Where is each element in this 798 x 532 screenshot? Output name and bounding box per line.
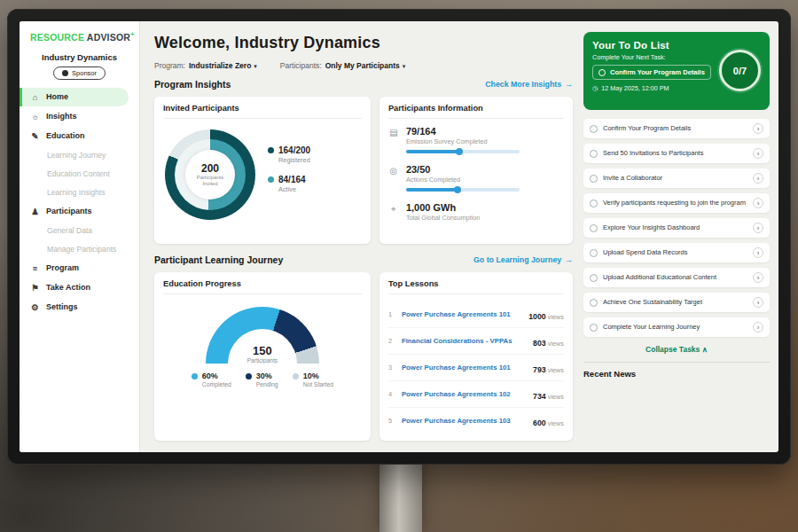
sidebar-item-program[interactable]: ≡Program [20, 259, 139, 278]
task-chevron-icon[interactable]: › [753, 297, 763, 308]
todo-summary-card: Your To Do List Complete Your Next Task:… [583, 32, 770, 110]
lesson-link[interactable]: Power Purchase Agreements 101 [402, 310, 522, 318]
lesson-link[interactable]: Power Purchase Agreements 101 [402, 364, 527, 372]
task-label: Verify participants requesting to join t… [603, 199, 747, 207]
task-checkbox[interactable] [590, 175, 598, 183]
lesson-rank: 2 [388, 337, 395, 345]
sidebar-item-education[interactable]: ✎Education [20, 127, 139, 145]
check-more-insights-link[interactable]: Check More Insights→ [485, 80, 573, 89]
task-checkbox[interactable] [590, 299, 598, 307]
sidebar-item-insights[interactable]: ☼Insights [20, 107, 139, 126]
legend-value: 164/200 [278, 145, 310, 155]
lesson-row: 3Power Purchase Agreements 101793 views [388, 355, 564, 381]
legend-label: Registered [278, 156, 310, 164]
checkbox-icon [598, 69, 606, 76]
task-checkbox[interactable] [590, 324, 598, 332]
sidebar-item-general-data[interactable]: General Data [20, 222, 139, 239]
legend-dot [268, 176, 274, 183]
legend-dot [268, 147, 274, 153]
task-chevron-icon[interactable]: › [753, 322, 763, 332]
learning-journey-cards: Education Progress 150 Participants 60% [154, 272, 573, 441]
sidebar-item-label: Learning Insights [47, 188, 105, 197]
chevron-down-icon: ▾ [403, 63, 406, 69]
invited-donut-center: 200 Participants Invited [185, 150, 235, 200]
sidebar-item-label: Learning Journey [47, 151, 106, 160]
sidebar-item-home[interactable]: ⌂Home [20, 88, 129, 106]
chevron-up-icon: ∧ [702, 345, 708, 354]
todo-task[interactable]: Invite a Collaborator› [583, 168, 770, 188]
invited-participants-title: Invited Participants [163, 104, 362, 119]
stat-value: 1,000 GWh [406, 202, 481, 213]
task-checkbox[interactable] [590, 224, 598, 232]
task-chevron-icon[interactable]: › [753, 223, 763, 233]
sidebar-item-label: Education [46, 131, 85, 140]
learning-journey-header: Participant Learning Journey Go to Learn… [154, 254, 573, 265]
todo-task[interactable]: Complete Your Learning Journey› [583, 317, 770, 337]
sidebar-item-label: Manage Participants [47, 245, 116, 254]
task-chevron-icon[interactable]: › [753, 123, 763, 134]
program-filter-label: Program: [154, 61, 185, 70]
task-checkbox[interactable] [590, 125, 598, 133]
participants-filter-value: Only My Participants [325, 61, 400, 70]
program-filter[interactable]: Program:Industrialize Zero▾ [154, 61, 257, 70]
legend-item: 30%Pending [246, 372, 278, 387]
learning-journey-title: Participant Learning Journey [154, 254, 283, 265]
stat-row: ▤79/164Emission Survey Completed [388, 126, 564, 153]
todo-next-task[interactable]: Confirm Your Program Details [592, 65, 711, 80]
todo-task[interactable]: Upload Additional Educational Content› [583, 268, 770, 287]
participants-icon: ♟ [30, 207, 40, 216]
task-label: Upload Spend Data Records [603, 248, 747, 257]
sidebar-item-label: Participants [46, 207, 92, 215]
collapse-tasks-link[interactable]: Collapse Tasks ∧ [583, 345, 770, 354]
sidebar-item-participants[interactable]: ♟Participants [20, 202, 139, 221]
education-progress-title: Education Progress [163, 279, 362, 294]
progress-bar [406, 188, 520, 192]
app-logo: RESOURCE ADVISOR+ [20, 30, 139, 43]
todo-due-label: 12 May 2025, 12:00 PM [601, 84, 669, 92]
legend-label: Completed [202, 381, 231, 387]
sidebar-item-learning-insights[interactable]: Learning Insights [20, 184, 139, 201]
lesson-row: 4Power Purchase Agreements 102734 views [388, 381, 564, 408]
consumption-icon: ⌖ [388, 202, 399, 226]
task-label: Upload Additional Educational Content [603, 273, 747, 282]
stat-value: 79/164 [406, 126, 520, 137]
todo-task[interactable]: Confirm Your Program Details› [583, 119, 770, 138]
todo-task[interactable]: Send 50 Invitations to Participants› [583, 144, 770, 163]
lesson-views: 1000 [528, 312, 546, 321]
lesson-link[interactable]: Power Purchase Agreements 102 [402, 390, 527, 398]
sidebar-item-learning-journey[interactable]: Learning Journey [20, 146, 139, 164]
todo-task[interactable]: Verify participants requesting to join t… [583, 193, 770, 213]
task-checkbox[interactable] [590, 200, 598, 207]
clock-icon: ◷ [592, 84, 598, 92]
todo-title: Your To Do List [592, 40, 761, 51]
task-label: Achieve One Sustainability Target [603, 298, 747, 307]
task-chevron-icon[interactable]: › [753, 247, 763, 258]
arrow-right-icon: → [565, 80, 573, 89]
todo-task[interactable]: Explore Your Insights Dashboard› [583, 218, 770, 238]
sidebar-item-take-action[interactable]: ⚑Take Action [20, 278, 139, 297]
todo-task[interactable]: Achieve One Sustainability Target› [583, 293, 770, 312]
sponsor-badge[interactable]: Sponsor [53, 66, 106, 80]
sidebar-item-manage-participants[interactable]: Manage Participants [20, 240, 139, 258]
monitor-stand [379, 459, 422, 532]
lesson-views: 803 [533, 339, 546, 348]
lesson-link[interactable]: Power Purchase Agreements 103 [402, 417, 527, 425]
arrow-right-icon: → [565, 255, 573, 264]
todo-task[interactable]: Upload Spend Data Records› [583, 243, 770, 262]
sidebar-item-settings[interactable]: ⚙Settings [20, 298, 139, 317]
task-chevron-icon[interactable]: › [753, 198, 763, 208]
task-checkbox[interactable] [590, 274, 598, 282]
legend-dot [192, 373, 198, 379]
chevron-down-icon: ▾ [254, 63, 257, 69]
task-checkbox[interactable] [590, 150, 598, 158]
invited-participants-card: Invited Participants 200 Participants In… [154, 97, 371, 244]
task-chevron-icon[interactable]: › [753, 173, 763, 184]
task-chevron-icon[interactable]: › [753, 272, 763, 283]
participants-filter[interactable]: Participants:Only My Participants▾ [280, 61, 405, 70]
task-checkbox[interactable] [590, 249, 598, 257]
go-to-learning-journey-link[interactable]: Go to Learning Journey→ [473, 255, 573, 264]
task-chevron-icon[interactable]: › [753, 148, 763, 159]
invited-donut-chart: 200 Participants Invited [165, 129, 255, 220]
lesson-link[interactable]: Financial Considerations - VPPAs [402, 337, 527, 345]
sidebar-item-education-content[interactable]: Education Content [20, 165, 139, 183]
